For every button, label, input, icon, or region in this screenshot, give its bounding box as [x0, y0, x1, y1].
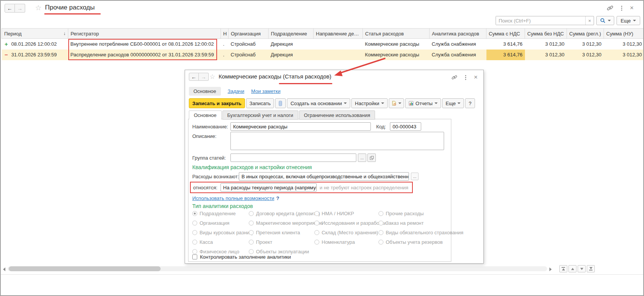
- column-header-n[interactable]: Н: [221, 29, 229, 39]
- column-header-amount-nu[interactable]: Сумма (НУ): [604, 29, 644, 39]
- help-button[interactable]: ?: [465, 98, 475, 108]
- radio-icon: [378, 240, 383, 245]
- qualification-section-header: Квалификация расходов и настройки отнесе…: [192, 164, 312, 170]
- dialog-title-annotation-underline: [279, 83, 332, 84]
- code-input[interactable]: [390, 122, 421, 131]
- go-previous-button[interactable]: [568, 265, 576, 272]
- close-window-icon[interactable]: ×: [630, 5, 634, 11]
- column-header-amount-regl[interactable]: Сумма (регл.): [567, 29, 604, 39]
- column-header-division[interactable]: Подразделение: [269, 29, 314, 39]
- search-box: ×: [496, 16, 594, 25]
- search-icon: [600, 18, 605, 23]
- nav-tasks-link[interactable]: Задачи: [228, 88, 245, 94]
- history-nav: ← →: [5, 4, 25, 13]
- column-header-expense-analytics[interactable]: Аналитика расходов: [430, 29, 486, 39]
- list-more-button[interactable]: Еще: [617, 16, 640, 25]
- radio-label: Прочие расходы: [386, 211, 424, 216]
- selected-cell[interactable]: 3 614,76: [486, 50, 525, 60]
- tab-accounting[interactable]: Бухгалтерский учет и налоги: [222, 110, 298, 120]
- dialog-favorite-star-icon[interactable]: ☆: [209, 74, 215, 80]
- dialog-get-link-icon[interactable]: [451, 74, 457, 80]
- analytics-radio-option: Объекты эксплуатации: [249, 249, 314, 254]
- settings-button[interactable]: Настройки: [351, 98, 388, 108]
- horizontal-scrollbar[interactable]: [8, 266, 547, 271]
- radio-icon: [249, 230, 254, 235]
- radio-label: Исследования и разработки: [322, 220, 386, 226]
- registrar-value[interactable]: Распределение расходов 00000000002 от 31…: [68, 50, 221, 60]
- dialog-more-menu-icon[interactable]: [464, 75, 468, 80]
- report-chart-icon: [409, 101, 414, 106]
- analytics-radio-option: Договор кредита (депозита): [249, 211, 314, 216]
- go-last-icon: [589, 267, 592, 269]
- search-clear-icon[interactable]: ×: [585, 16, 594, 25]
- register-table: Период ↓ Регистратор Н Организация Подра…: [2, 28, 644, 60]
- checkbox-icon[interactable]: [192, 254, 197, 259]
- attachments-button[interactable]: [389, 98, 404, 108]
- group-input[interactable]: [230, 154, 356, 162]
- nav-main[interactable]: Основное: [189, 87, 221, 96]
- radio-icon: [314, 211, 319, 216]
- column-header-expense-item[interactable]: Статья расходов: [363, 29, 430, 39]
- favorite-star-icon[interactable]: ☆: [35, 4, 42, 11]
- scroll-right-icon[interactable]: [549, 267, 552, 272]
- group-open-button[interactable]: [367, 154, 376, 162]
- dialog-forward-button[interactable]: →: [199, 73, 209, 81]
- create-based-button[interactable]: Создать на основании: [287, 98, 350, 108]
- tab-usage-restriction[interactable]: Ограничение использования: [299, 110, 375, 120]
- back-arrow-icon: ←: [7, 5, 13, 11]
- full-features-help-icon[interactable]: ?: [276, 195, 279, 201]
- dialog-back-button[interactable]: ←: [189, 73, 199, 81]
- analytics-radio-option: Исследования и разработки: [314, 220, 378, 226]
- column-header-direction[interactable]: Направление де…: [314, 29, 363, 39]
- dialog-nav: Основное Задачи Мои заметки: [189, 87, 280, 96]
- more-menu-icon[interactable]: [620, 5, 624, 11]
- dialog-more-button[interactable]: Еще: [442, 98, 464, 108]
- back-button[interactable]: ←: [5, 4, 15, 13]
- reports-button[interactable]: Отчеты: [405, 98, 441, 108]
- column-header-amount-vat[interactable]: Сумма с НДС: [486, 29, 525, 39]
- table-row[interactable]: + 08.01.2026 12:00:02 Внутреннее потребл…: [2, 39, 644, 50]
- analytics-section-header: Тип аналитики расходов: [192, 203, 253, 209]
- name-input[interactable]: [230, 122, 371, 131]
- open-form-icon: [370, 156, 374, 160]
- save-button[interactable]: Записать: [246, 98, 274, 108]
- radio-label: Заказ на ремонт: [386, 220, 424, 226]
- description-textarea[interactable]: [230, 132, 444, 150]
- column-header-period[interactable]: Период ↓: [2, 29, 68, 39]
- search-input[interactable]: [496, 16, 585, 25]
- column-header-amount-no-vat[interactable]: Сумма без НДС: [525, 29, 567, 39]
- registrar-value[interactable]: Внутреннее потребление СБ00-000001 от 08…: [68, 39, 221, 50]
- nav-notes-link[interactable]: Мои заметки: [251, 88, 280, 94]
- analytics-radio-option: Склад (Место хранения): [314, 230, 378, 235]
- scrollbar-thumb[interactable]: [9, 266, 161, 271]
- forward-button[interactable]: →: [15, 4, 25, 13]
- control-analytics-checkbox-row[interactable]: Контролировать заполнение аналитики: [192, 254, 291, 260]
- radio-icon: [378, 230, 383, 235]
- full-features-link[interactable]: Использовать полные возможности: [192, 195, 274, 201]
- search-button[interactable]: [596, 16, 614, 25]
- get-link-icon[interactable]: [607, 5, 613, 11]
- relate-field[interactable]: На расходы текущего периода (напрямую): [221, 183, 317, 192]
- dialog-close-icon[interactable]: ×: [474, 75, 478, 80]
- group-choose-button[interactable]: ...: [358, 154, 366, 162]
- radio-icon: [192, 230, 197, 235]
- related-documents-button[interactable]: [275, 98, 286, 108]
- arise-field[interactable]: В иных процессах, включая общепроизводст…: [239, 172, 409, 181]
- column-header-registrar[interactable]: Регистратор: [68, 29, 221, 39]
- arise-choose-button[interactable]: ...: [411, 173, 419, 180]
- go-last-button[interactable]: [587, 265, 595, 272]
- window-controls: ×: [607, 5, 634, 11]
- radio-icon: [249, 240, 254, 245]
- save-close-button[interactable]: Записать и закрыть: [189, 98, 245, 108]
- column-header-organization[interactable]: Организация: [229, 29, 269, 39]
- radio-icon: [378, 211, 383, 216]
- radio-icon: [249, 211, 254, 216]
- table-row-selected[interactable]: − 31.01.2026 23:59:59 Распределение расх…: [2, 50, 644, 60]
- radio-icon: [192, 211, 197, 216]
- description-label: Описание:: [192, 133, 216, 139]
- go-first-button[interactable]: [559, 265, 567, 272]
- go-next-button[interactable]: [578, 265, 586, 272]
- tab-main[interactable]: Основное: [189, 110, 222, 120]
- scroll-left-icon[interactable]: [3, 267, 5, 272]
- radio-label: Виды курсовых разниц: [200, 230, 252, 235]
